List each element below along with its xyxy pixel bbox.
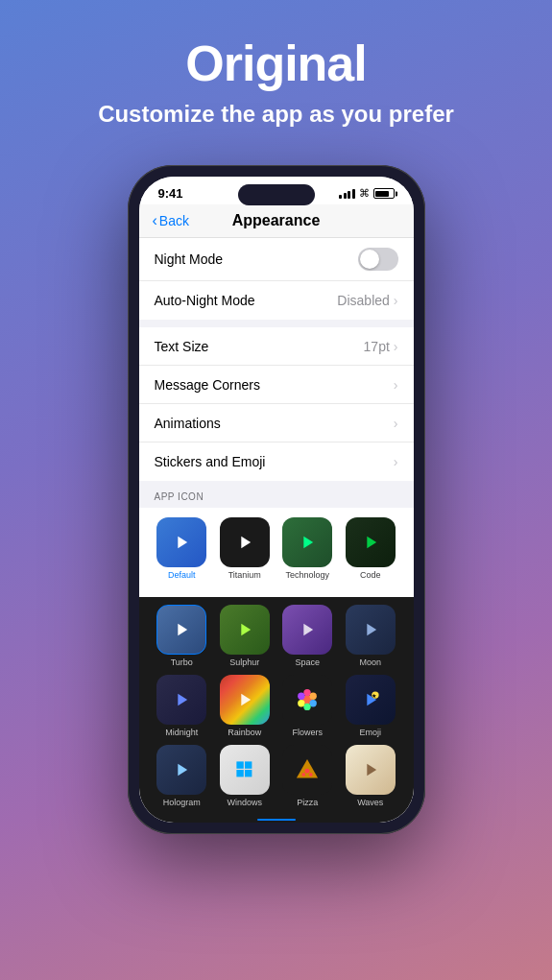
app-icon-technology-img (282, 517, 332, 567)
svg-point-15 (302, 773, 306, 777)
app-icon-waves-label: Waves (357, 798, 383, 807)
svg-rect-12 (245, 770, 252, 777)
wifi-icon: ⌘ (359, 187, 370, 200)
chevron-right-icon-3: › (394, 377, 398, 393)
svg-marker-13 (297, 759, 318, 778)
text-size-item[interactable]: Text Size 17pt › (139, 327, 414, 366)
stickers-emoji-label: Stickers and Emoji (155, 454, 266, 469)
app-icon-rainbow-label: Rainbow (228, 728, 261, 737)
svg-rect-9 (236, 762, 243, 769)
app-icon-section-header: APP ICON (139, 481, 414, 508)
message-corners-label: Message Corners (155, 377, 261, 393)
app-icon-code-img (346, 517, 396, 567)
chevron-right-icon: › (394, 293, 398, 308)
animations-value: › (394, 416, 398, 431)
app-icons-dark-section: Turbo Sulphur (139, 597, 414, 823)
text-size-label: Text Size (155, 339, 209, 354)
app-icon-turbo-label: Turbo (171, 657, 193, 667)
app-icon-titanium-label: Titanium (228, 570, 261, 580)
svg-point-5 (298, 700, 304, 706)
app-icon-default[interactable]: Default (154, 517, 209, 580)
svg-rect-11 (236, 770, 243, 777)
app-icon-space-label: Space (295, 657, 320, 667)
svg-point-1 (304, 689, 311, 696)
svg-text:★: ★ (372, 694, 376, 700)
battery-icon (373, 188, 395, 199)
app-icon-technology[interactable]: Technology (279, 517, 335, 580)
app-icon-moon[interactable]: Moon (343, 605, 398, 667)
settings-group-1: Night Mode Auto-Night Mode Disabled › (139, 238, 414, 320)
chevron-right-icon-4: › (394, 416, 398, 431)
settings-group-2: Text Size 17pt › Message Corners › Ani (139, 327, 414, 481)
app-icon-space[interactable]: Space (279, 605, 335, 667)
app-icon-midnight-img (156, 675, 206, 725)
app-icon-hologram-label: Hologram (163, 798, 201, 807)
icons-row-3: Midnight Rainbow (151, 675, 402, 737)
chevron-left-icon: ‹ (153, 212, 157, 229)
app-icon-windows-img (220, 745, 270, 795)
app-icon-waves[interactable]: Waves (343, 745, 398, 807)
app-icon-sulphur-label: Sulphur (229, 657, 259, 667)
text-size-value: 17pt › (364, 339, 398, 354)
app-icon-rainbow[interactable]: Rainbow (217, 675, 273, 737)
svg-point-16 (309, 773, 313, 777)
app-icon-sulphur-img (220, 605, 270, 655)
animations-label: Animations (155, 416, 221, 431)
app-icon-turbo-img (156, 605, 206, 655)
chevron-right-icon-2: › (394, 339, 398, 354)
hero-section: Original Customize the app as you prefer (0, 0, 552, 148)
phone-mockup: 9:41 ⌘ ‹ Back Appearance (128, 165, 425, 834)
app-icon-pizza-img (282, 745, 332, 795)
message-corners-item[interactable]: Message Corners › (139, 366, 414, 404)
icons-row-2: Turbo Sulphur (151, 605, 402, 667)
app-icon-windows[interactable]: Windows (217, 745, 273, 807)
app-icon-turbo[interactable]: Turbo (154, 605, 209, 667)
auto-night-value: Disabled › (337, 293, 397, 308)
auto-night-label: Auto-Night Mode (155, 293, 255, 308)
app-icon-windows-label: Windows (227, 798, 262, 807)
app-icon-moon-label: Moon (359, 657, 381, 667)
app-icon-code[interactable]: Code (343, 517, 398, 580)
app-icon-midnight-label: Midnight (165, 728, 198, 737)
dynamic-island (238, 184, 315, 205)
back-label: Back (159, 213, 189, 228)
app-icon-emoji-img: ★ (346, 675, 396, 725)
app-icon-space-img (282, 605, 332, 655)
app-icons-row-1: Default Titanium (139, 508, 414, 597)
auto-night-mode-item[interactable]: Auto-Night Mode Disabled › (139, 281, 414, 320)
spacer-1 (139, 320, 414, 327)
app-icon-midnight[interactable]: Midnight (154, 675, 209, 737)
phone-inner: 9:41 ⌘ ‹ Back Appearance (139, 177, 414, 823)
chevron-right-icon-5: › (394, 454, 398, 469)
night-mode-toggle[interactable] (358, 248, 398, 271)
stickers-emoji-item[interactable]: Stickers and Emoji › (139, 442, 414, 481)
svg-point-4 (304, 704, 311, 710)
app-icon-flowers[interactable]: Flowers (279, 675, 335, 737)
hero-title: Original (19, 36, 533, 91)
svg-point-14 (305, 769, 310, 774)
app-icon-emoji[interactable]: ★ Emoji (343, 675, 398, 737)
app-icon-sulphur[interactable]: Sulphur (217, 605, 273, 667)
svg-point-6 (298, 693, 304, 700)
app-icon-titanium-img (220, 517, 270, 567)
night-mode-label: Night Mode (155, 251, 224, 267)
stickers-emoji-value: › (394, 454, 398, 469)
signal-icon (339, 189, 355, 199)
nav-bar: ‹ Back Appearance (139, 204, 414, 238)
app-icon-default-img (156, 517, 206, 567)
app-icon-pizza-label: Pizza (297, 798, 318, 807)
icons-row-4: Hologram Windows (151, 745, 402, 807)
app-icon-hologram[interactable]: Hologram (154, 745, 209, 807)
status-time: 9:41 (158, 186, 183, 201)
back-button[interactable]: ‹ Back (153, 212, 189, 229)
app-icon-pizza[interactable]: Pizza (279, 745, 335, 807)
animations-item[interactable]: Animations › (139, 404, 414, 442)
message-corners-value: › (394, 377, 398, 393)
app-icon-titanium[interactable]: Titanium (217, 517, 273, 580)
icons-row-1: Default Titanium (151, 517, 402, 580)
night-mode-item[interactable]: Night Mode (139, 238, 414, 281)
toggle-thumb (360, 250, 379, 269)
app-icon-waves-img (346, 745, 396, 795)
hero-subtitle: Customize the app as you prefer (19, 99, 533, 129)
svg-rect-10 (245, 762, 252, 769)
